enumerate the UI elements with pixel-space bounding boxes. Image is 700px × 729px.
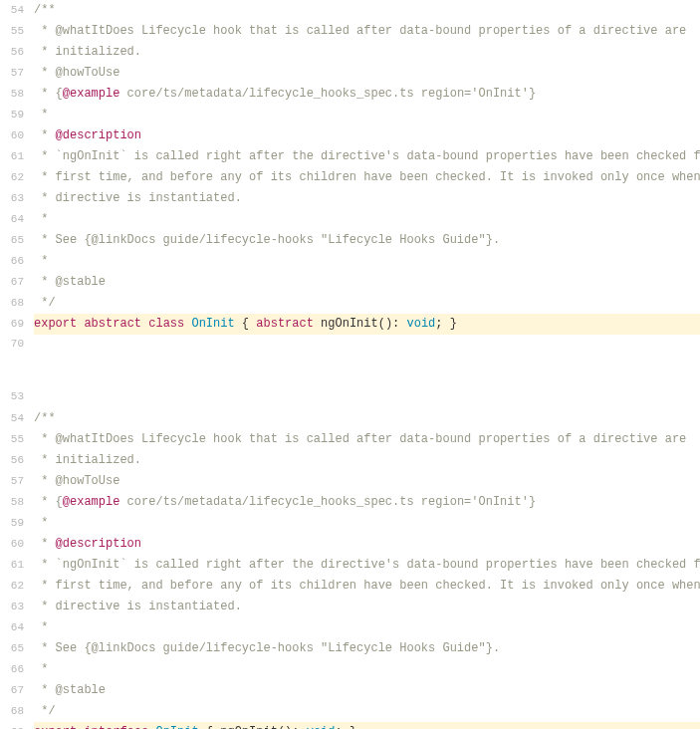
line-content[interactable]: * [34, 617, 700, 638]
line-content[interactable]: * @whatItDoes Lifecycle hook that is cal… [34, 429, 700, 450]
line-content[interactable]: * `ngOnInit` is called right after the d… [34, 146, 700, 167]
token-c: * [34, 537, 56, 551]
line-content[interactable]: * first time, and before any of its chil… [34, 576, 700, 597]
token-cls: OnInit [191, 317, 234, 331]
line-number: 56 [0, 451, 34, 470]
token-c: * [34, 662, 48, 676]
line-number: 61 [0, 556, 34, 575]
code-line: 60 * @description [0, 534, 700, 555]
line-number: 65 [0, 231, 34, 250]
code-line: 66 * [0, 251, 700, 272]
token-c: * @stable [34, 683, 106, 697]
line-number: 70 [0, 335, 34, 354]
line-number: 64 [0, 210, 34, 229]
line-number: 67 [0, 681, 34, 700]
token-c: * first time, and before any of its chil… [34, 579, 700, 593]
line-content[interactable]: * first time, and before any of its chil… [34, 167, 700, 188]
line-content[interactable]: * @stable [34, 680, 700, 701]
token-c: * first time, and before any of its chil… [34, 170, 700, 184]
code-line: 67 * @stable [0, 680, 700, 701]
line-content[interactable]: * [34, 513, 700, 534]
line-number: 60 [0, 126, 34, 145]
line-content[interactable]: * @stable [34, 272, 700, 293]
line-number: 65 [0, 639, 34, 658]
line-content[interactable]: * directive is instantiated. [34, 188, 700, 209]
code-line: 62 * first time, and before any of its c… [0, 167, 700, 188]
code-line: 53 [0, 387, 700, 408]
token-typ: void [407, 317, 436, 331]
line-content[interactable]: * @description [34, 125, 700, 146]
line-number: 59 [0, 106, 34, 124]
line-content[interactable]: /** [34, 408, 700, 429]
line-content[interactable]: export interface OnInit { ngOnInit(): vo… [34, 722, 700, 729]
token-c: * [34, 128, 56, 142]
code-line: 61 * `ngOnInit` is called right after th… [0, 146, 700, 167]
line-number: 55 [0, 430, 34, 449]
line-number: 57 [0, 472, 34, 491]
code-line: 54/** [0, 0, 700, 21]
token-kw: abstract [256, 317, 314, 331]
code-line: 55 * @whatItDoes Lifecycle hook that is … [0, 21, 700, 42]
line-content[interactable]: */ [34, 293, 700, 314]
token-tag: @example [63, 87, 120, 101]
token-c: * See {@linkDocs guide/lifecycle-hooks "… [34, 233, 500, 247]
line-content[interactable]: * @howToUse [34, 471, 700, 492]
token-c: * @whatItDoes Lifecycle hook that is cal… [34, 432, 686, 446]
token-c: * [34, 254, 48, 268]
line-number: 67 [0, 273, 34, 292]
line-content[interactable]: * {@example core/ts/metadata/lifecycle_h… [34, 84, 700, 105]
code-line: 57 * @howToUse [0, 63, 700, 84]
line-content[interactable]: * [34, 251, 700, 272]
token-c: * [34, 620, 48, 634]
code-line: 61 * `ngOnInit` is called right after th… [0, 555, 700, 576]
line-content[interactable]: * See {@linkDocs guide/lifecycle-hooks "… [34, 230, 700, 251]
line-number: 69 [0, 315, 34, 334]
line-content[interactable]: * directive is instantiated. [34, 597, 700, 617]
token-c: * [34, 212, 48, 226]
token-c: /** [34, 411, 56, 425]
line-number: 66 [0, 660, 34, 679]
line-number: 55 [0, 22, 34, 41]
token-c: * directive is instantiated. [34, 600, 242, 613]
line-content[interactable]: * @whatItDoes Lifecycle hook that is cal… [34, 21, 700, 42]
token-tag: @description [56, 128, 141, 142]
token-c: * [34, 108, 48, 122]
line-content[interactable]: export abstract class OnInit { abstract … [34, 314, 700, 335]
code-line: 67 * @stable [0, 272, 700, 293]
line-number: 54 [0, 1, 34, 20]
token-kw: interface [84, 725, 148, 729]
token-c: */ [34, 296, 56, 310]
code-line: 54/** [0, 408, 700, 429]
code-line: 60 * @description [0, 125, 700, 146]
token-c: * directive is instantiated. [34, 191, 242, 205]
code-line: 69export interface OnInit { ngOnInit(): … [0, 722, 700, 729]
line-number: 54 [0, 409, 34, 428]
code-line: 56 * initialized. [0, 42, 700, 63]
line-number: 59 [0, 514, 34, 533]
line-content[interactable]: * initialized. [34, 450, 700, 471]
code-line: 69export abstract class OnInit { abstrac… [0, 314, 700, 335]
code-line: 55 * @whatItDoes Lifecycle hook that is … [0, 429, 700, 450]
token-c: /** [34, 3, 56, 17]
code-line: 70 [0, 335, 700, 356]
line-content[interactable]: * @description [34, 534, 700, 555]
diff-view: 54/**55 * @whatItDoes Lifecycle hook tha… [0, 0, 700, 729]
line-content[interactable]: * [34, 105, 700, 125]
code-line: 68 */ [0, 293, 700, 314]
token-typ: void [307, 725, 336, 729]
code-line: 64 * [0, 617, 700, 638]
code-line: 63 * directive is instantiated. [0, 597, 700, 617]
line-content[interactable]: * See {@linkDocs guide/lifecycle-hooks "… [34, 638, 700, 659]
line-content[interactable]: * [34, 659, 700, 680]
line-content[interactable]: * `ngOnInit` is called right after the d… [34, 555, 700, 576]
line-number: 57 [0, 64, 34, 83]
line-content[interactable]: */ [34, 701, 700, 722]
line-content[interactable]: * [34, 209, 700, 230]
line-content[interactable]: * initialized. [34, 42, 700, 63]
line-content[interactable]: * {@example core/ts/metadata/lifecycle_h… [34, 492, 700, 513]
token-c: * `ngOnInit` is called right after the d… [34, 149, 700, 163]
line-content[interactable]: /** [34, 0, 700, 21]
token-c: * `ngOnInit` is called right after the d… [34, 558, 700, 572]
line-content[interactable]: * @howToUse [34, 63, 700, 84]
line-number: 68 [0, 702, 34, 721]
